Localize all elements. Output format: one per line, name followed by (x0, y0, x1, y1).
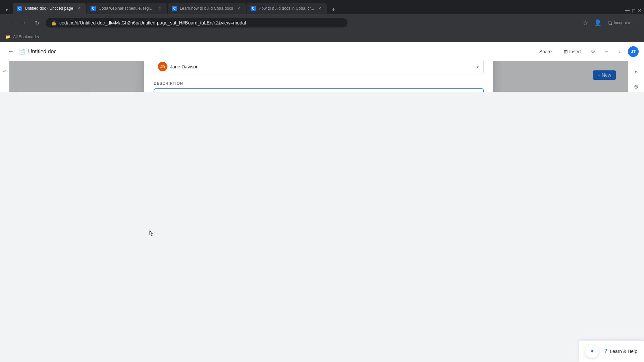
cursor (149, 230, 155, 237)
tab2-close[interactable]: × (157, 5, 163, 11)
share-button[interactable]: Share (534, 47, 557, 56)
tab1-favicon: C (17, 6, 22, 11)
incognito-label: Incognito (617, 18, 627, 27)
main-content: » + New Not started In progress (0, 61, 644, 92)
browser-chrome: ▾ C Untitled doc · Untitled page × C Cod… (0, 0, 644, 42)
back-button[interactable]: ← (5, 18, 15, 27)
bookmarks-folder-icon: 📁 (5, 35, 10, 39)
sidebar-toggle-button[interactable]: » (3, 68, 6, 73)
browser-actions: ☆ 👤 ⧉ Incognito ⋮ (581, 18, 639, 27)
tab4-close[interactable]: × (317, 5, 323, 11)
right-panel-add-button[interactable]: ⊕ (631, 81, 642, 92)
learn-help-bar[interactable]: ✦ ? Learn & Help (579, 340, 644, 362)
doc-icon: 📄 (19, 48, 25, 55)
tab1-title: Untitled doc · Untitled page (25, 6, 73, 11)
back-nav-button[interactable]: ← (5, 46, 16, 57)
insert-button[interactable]: ⊞ Insert (560, 47, 585, 56)
person-field-section: PERSON JD Jane Dawson ∨ (154, 61, 484, 74)
settings-button[interactable]: ⚙ (588, 46, 598, 57)
person-avatar: JD (158, 62, 167, 71)
user-avatar[interactable]: JT (628, 46, 639, 57)
row-modal: Row from ⊞ Board ⋮ ⊡ ▾ × Task 2 (144, 61, 493, 92)
tab4-title: How to build docs in Coda, cr... (259, 6, 314, 11)
tab2-title: Coda webinar schedule, regist... (99, 6, 154, 11)
new-tab-button[interactable]: + (329, 5, 338, 14)
insert-icon: ⊞ (564, 49, 568, 54)
address-bar: ← → ↻ 🔒 coda.io/d/Untitled-doc_dk4MaGh2h… (0, 14, 644, 32)
tab-how-to[interactable]: C How to build docs in Coda, cr... × (247, 3, 327, 14)
right-panel-collapse-button[interactable]: » (631, 66, 642, 77)
tab1-close[interactable]: × (76, 5, 82, 11)
person-name: Jane Dawson (170, 64, 199, 69)
app-header: ← 📄 Untitled doc Share ⊞ Insert ⚙ ☰ › JT (0, 42, 644, 61)
description-field-section: DESCRIPTION Create tagline ⌟ (154, 81, 484, 92)
tab-webinar[interactable]: C Coda webinar schedule, regist... × (87, 3, 167, 14)
person-dropdown[interactable]: JD Jane Dawson ∨ (154, 61, 484, 74)
refresh-button[interactable]: ↻ (32, 18, 42, 27)
tab-untitled-doc[interactable]: C Untitled doc · Untitled page × (13, 3, 86, 14)
tab3-close[interactable]: × (236, 5, 242, 11)
tab3-favicon: C (172, 6, 177, 11)
menu-button[interactable]: ⋮ (629, 18, 639, 27)
all-bookmarks-link[interactable]: All Bookmarks (13, 35, 39, 39)
minimize-button[interactable]: ─ (625, 7, 630, 14)
forward-button[interactable]: → (19, 18, 28, 27)
url-bar[interactable]: 🔒 coda.io/d/Untitled-doc_dk4MaGh2h6p/Unt… (46, 18, 347, 27)
url-text: coda.io/d/Untitled-doc_dk4MaGh2h6p/Untit… (59, 20, 246, 25)
tab-bar: ▾ C Untitled doc · Untitled page × C Cod… (0, 0, 644, 14)
tab4-favicon: C (251, 6, 256, 11)
modal-body: Task 2 STATUS In progress ∨ PERSON JD Ja… (144, 61, 493, 92)
right-panel: » ⊕ (628, 61, 644, 92)
content-area: + New Not started In progress Complete (9, 61, 628, 92)
chevron-more[interactable]: › (614, 46, 625, 57)
sparkle-icon: ✦ (590, 348, 595, 355)
sparkle-button[interactable]: ✦ (585, 345, 599, 358)
extensions-button[interactable]: ⧉ (605, 18, 614, 27)
description-input[interactable]: Create tagline ⌟ (154, 88, 484, 92)
window-close-button[interactable]: × (638, 7, 641, 14)
tab2-favicon: C (91, 6, 96, 11)
maximize-button[interactable]: □ (632, 8, 635, 13)
tab-dropdown[interactable]: ▾ (3, 6, 11, 14)
tab-learn[interactable]: C Learn how to build Coda docs × (168, 3, 246, 14)
view-options-button[interactable]: ☰ (601, 46, 612, 57)
bookmark-star[interactable]: ☆ (581, 18, 590, 27)
person-chevron-down-icon: ∨ (476, 64, 479, 69)
doc-title: Untitled doc (28, 49, 57, 55)
learn-help-icon: ? (604, 348, 607, 354)
bookmarks-bar: 📁 All Bookmarks (0, 32, 644, 42)
learn-help-label: Learn & Help (610, 349, 637, 354)
tab3-title: Learn how to build Coda docs (180, 6, 233, 11)
header-actions: Share ⊞ Insert ⚙ ☰ › JT (534, 46, 639, 57)
description-label: DESCRIPTION (154, 81, 484, 86)
lock-icon: 🔒 (51, 20, 57, 25)
profile-button[interactable]: 👤 (593, 18, 602, 27)
